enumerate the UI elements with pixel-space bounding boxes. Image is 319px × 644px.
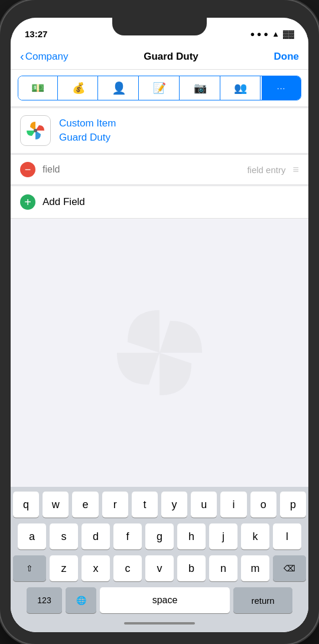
- key-t-label: t: [143, 499, 146, 511]
- plus-icon: +: [24, 196, 31, 208]
- home-bar: [124, 622, 195, 625]
- content-area: 💵 💰 👤 📝 📷 👥: [11, 70, 308, 632]
- key-p[interactable]: p: [280, 492, 306, 518]
- status-icons: ● ● ● ▲ ▓▓: [250, 30, 294, 38]
- item-subtitle: Guard Duty: [59, 132, 116, 144]
- wifi-icon: ▲: [272, 30, 279, 38]
- delete-field-button[interactable]: −: [20, 162, 35, 177]
- key-y-label: y: [172, 499, 177, 511]
- key-t[interactable]: t: [132, 492, 158, 518]
- key-l[interactable]: l: [273, 523, 301, 549]
- key-n-label: n: [220, 562, 226, 575]
- add-field-label: Add Field: [43, 196, 85, 208]
- note-icon: 📝: [153, 82, 166, 95]
- keyboard: q w e r t y u i o p a s d f g: [11, 487, 308, 632]
- key-j-label: j: [222, 531, 224, 543]
- key-h[interactable]: h: [177, 523, 206, 549]
- tab-coins[interactable]: 💰: [59, 76, 99, 100]
- more-icon: ···: [277, 83, 286, 93]
- key-u-label: u: [201, 499, 207, 511]
- home-indicator: [13, 617, 306, 630]
- back-label: Company: [25, 51, 69, 63]
- back-button[interactable]: ‹ Company: [20, 50, 68, 63]
- svg-point-0: [34, 129, 37, 132]
- numbers-label: 123: [37, 596, 51, 605]
- item-name[interactable]: Custom Item: [59, 118, 116, 129]
- keyboard-row-3: ⇧ z x c v b n m ⌫: [13, 555, 306, 581]
- key-b[interactable]: b: [177, 555, 206, 581]
- pinwheel-icon: [24, 119, 47, 142]
- key-d[interactable]: d: [82, 523, 110, 549]
- camera-icon: 📷: [194, 82, 207, 95]
- backspace-icon: ⌫: [284, 564, 295, 573]
- tab-contacts[interactable]: 👥: [222, 76, 261, 100]
- add-field-button[interactable]: +: [20, 194, 35, 210]
- key-v[interactable]: v: [145, 555, 174, 581]
- key-w-label: w: [52, 499, 60, 511]
- keyboard-row-1: q w e r t y u i o p: [13, 492, 306, 518]
- tab-person[interactable]: 👤: [99, 76, 139, 100]
- key-y[interactable]: y: [161, 492, 187, 518]
- key-i[interactable]: i: [220, 492, 246, 518]
- key-z[interactable]: z: [50, 555, 78, 581]
- key-g[interactable]: g: [145, 523, 174, 549]
- key-u[interactable]: u: [191, 492, 217, 518]
- chevron-left-icon: ‹: [20, 50, 24, 63]
- toolbar-tabs: 💵 💰 👤 📝 📷 👥: [18, 76, 301, 100]
- key-k[interactable]: k: [241, 523, 269, 549]
- add-field-section[interactable]: + Add Field: [11, 186, 308, 219]
- key-g-label: g: [157, 531, 162, 543]
- key-e[interactable]: e: [72, 492, 98, 518]
- key-h-label: h: [188, 531, 194, 543]
- key-f-label: f: [126, 531, 129, 543]
- coins-icon: 💰: [72, 82, 85, 95]
- space-key[interactable]: space: [100, 587, 230, 613]
- return-key[interactable]: return: [233, 587, 292, 613]
- shift-icon: ⇧: [26, 564, 33, 573]
- key-o[interactable]: o: [250, 492, 276, 518]
- key-e-label: e: [82, 499, 88, 511]
- tab-money[interactable]: 💵: [18, 76, 58, 100]
- key-n[interactable]: n: [209, 555, 237, 581]
- nav-bar: ‹ Company Guard Duty Done: [11, 44, 308, 70]
- key-b-label: b: [188, 562, 194, 575]
- item-icon[interactable]: [20, 115, 51, 146]
- globe-key[interactable]: 🌐: [66, 587, 96, 613]
- shift-key[interactable]: ⇧: [13, 555, 46, 581]
- key-f[interactable]: f: [113, 523, 142, 549]
- status-time: 13:27: [25, 29, 47, 39]
- phone-screen: 13:27 ● ● ● ▲ ▓▓ ‹ Company Guard Duty Do…: [11, 18, 308, 632]
- key-w[interactable]: w: [43, 492, 69, 518]
- numbers-key[interactable]: 123: [27, 587, 62, 613]
- tab-camera[interactable]: 📷: [181, 76, 220, 100]
- field-name-input[interactable]: [43, 164, 240, 175]
- key-r[interactable]: r: [102, 492, 128, 518]
- notch: [112, 18, 207, 35]
- backspace-key[interactable]: ⌫: [273, 555, 306, 581]
- field-entry-placeholder: field entry: [247, 165, 285, 175]
- tab-note[interactable]: 📝: [140, 76, 180, 100]
- key-c[interactable]: c: [113, 555, 142, 581]
- key-j[interactable]: j: [209, 523, 237, 549]
- tab-more[interactable]: ···: [262, 76, 301, 100]
- done-button[interactable]: Done: [274, 51, 300, 63]
- item-info: Custom Item Guard Duty: [59, 118, 116, 144]
- key-p-label: p: [290, 499, 296, 511]
- toolbar-section: 💵 💰 👤 📝 📷 👥: [11, 70, 308, 107]
- return-label: return: [251, 596, 274, 606]
- key-x-label: x: [93, 562, 99, 575]
- key-k-label: k: [253, 531, 258, 543]
- phone-frame: 13:27 ● ● ● ▲ ▓▓ ‹ Company Guard Duty Do…: [0, 0, 319, 644]
- space-label: space: [152, 595, 178, 606]
- key-s[interactable]: s: [50, 523, 78, 549]
- key-x[interactable]: x: [82, 555, 110, 581]
- person-icon: 👤: [112, 81, 126, 95]
- drag-handle-icon[interactable]: ≡: [292, 164, 299, 176]
- key-a[interactable]: a: [18, 523, 46, 549]
- key-q[interactable]: q: [13, 492, 39, 518]
- nav-title: Guard Duty: [144, 51, 198, 63]
- key-l-label: l: [286, 531, 288, 543]
- key-c-label: c: [125, 562, 131, 575]
- key-d-label: d: [93, 531, 99, 543]
- key-m[interactable]: m: [241, 555, 269, 581]
